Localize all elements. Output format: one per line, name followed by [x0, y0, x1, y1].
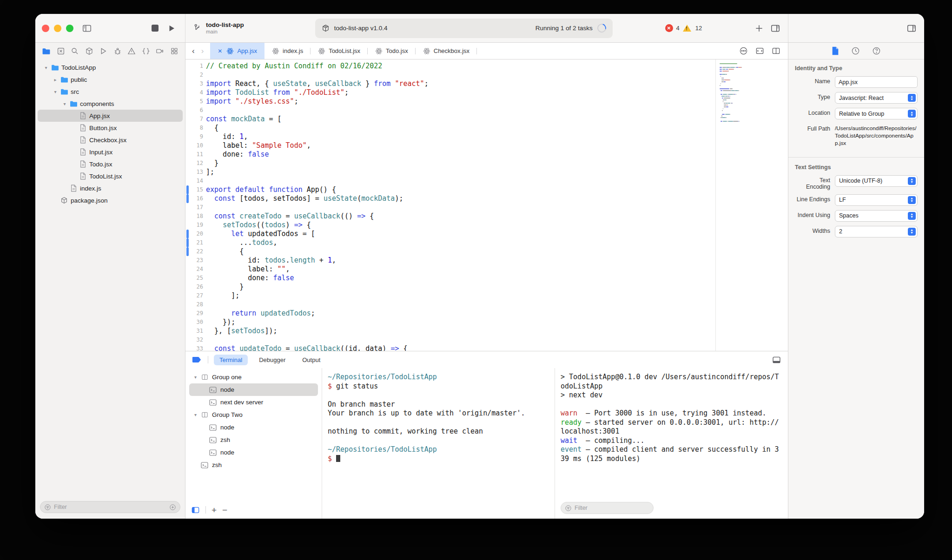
- code-line[interactable]: 16 const [todos, setTodos] = useState(mo…: [185, 194, 715, 203]
- file-tree-item-public[interactable]: ▸public: [38, 73, 183, 86]
- disclosure-chevron[interactable]: ▾: [52, 89, 59, 94]
- add-terminal-button[interactable]: +: [212, 506, 217, 514]
- split-editor-icon[interactable]: [772, 46, 780, 55]
- swap-editor-icon[interactable]: [755, 46, 764, 55]
- terminal-group-Group-Two[interactable]: ▾Group Two: [189, 408, 318, 421]
- type-dropdown[interactable]: Javascript: React▲▼: [835, 92, 918, 104]
- code-line[interactable]: 27 ];: [185, 291, 715, 300]
- history-inspector-icon[interactable]: [851, 46, 860, 55]
- file-tree-item-TodoList.jsx[interactable]: TodoList.jsx: [38, 170, 183, 182]
- toggle-right-sidebar-icon[interactable]: [770, 23, 780, 33]
- toggle-session-sidebar-icon[interactable]: [191, 506, 200, 514]
- code-line[interactable]: 24 label: "",: [185, 265, 715, 274]
- run-button[interactable]: [165, 21, 178, 35]
- code-line[interactable]: 2: [185, 71, 715, 79]
- code-line[interactable]: 5import "./styles.css";: [185, 97, 715, 106]
- tab-terminal[interactable]: Terminal: [214, 355, 248, 365]
- remove-terminal-button[interactable]: −: [222, 506, 227, 514]
- terminal-session-node[interactable]: node: [189, 446, 318, 459]
- editor-tab-TodoList.jsx[interactable]: TodoList.jsx: [311, 43, 368, 59]
- drawer-tag-icon[interactable]: [192, 356, 202, 363]
- run-navigator-icon[interactable]: [99, 47, 107, 55]
- terminal-session-zsh[interactable]: zsh: [189, 459, 318, 471]
- code-line[interactable]: 31 }, [setTodos]);: [185, 327, 715, 336]
- activity-status-bar[interactable]: todo-list-app v1.0.4 Running 1 of 2 task…: [315, 19, 613, 38]
- navigator-filter-field[interactable]: [40, 501, 180, 513]
- code-line[interactable]: 33 const updateTodo = useCallback((id, d…: [185, 344, 715, 351]
- navigate-forward-icon[interactable]: ›: [201, 46, 204, 56]
- debug-navigator-icon[interactable]: [113, 47, 122, 55]
- code-line[interactable]: 22 {: [185, 247, 715, 256]
- disclosure-chevron[interactable]: ▾: [192, 412, 199, 417]
- line-endings-dropdown[interactable]: LF▲▼: [835, 194, 918, 206]
- code-line[interactable]: 11 done: false: [185, 150, 715, 159]
- code-line[interactable]: 18 const createTodo = useCallback(() => …: [185, 212, 715, 221]
- code-line[interactable]: 17: [185, 203, 715, 212]
- code-line[interactable]: 6: [185, 106, 715, 115]
- extensions-navigator-icon[interactable]: [156, 47, 164, 55]
- name-field[interactable]: [835, 76, 918, 88]
- terminal-session-next-dev-server[interactable]: next dev server: [189, 396, 318, 408]
- toggle-left-sidebar-icon[interactable]: [80, 21, 94, 35]
- toggle-inspector-icon[interactable]: [906, 23, 917, 33]
- grid-navigator-icon[interactable]: [170, 47, 178, 55]
- editor-tab-Todo.jsx[interactable]: Todo.jsx: [368, 43, 416, 59]
- disclosure-chevron[interactable]: ▾: [42, 65, 50, 70]
- code-line[interactable]: 28: [185, 300, 715, 309]
- indent-dropdown[interactable]: Spaces▲▼: [835, 210, 918, 222]
- disclosure-chevron[interactable]: ▸: [52, 77, 59, 82]
- widths-dropdown[interactable]: 2▲▼: [835, 226, 918, 237]
- code-line[interactable]: 15export default function App() {: [185, 185, 715, 194]
- terminal-filter-field[interactable]: [561, 502, 654, 514]
- disclosure-chevron[interactable]: ▾: [192, 375, 199, 380]
- zoom-window-button[interactable]: [66, 25, 73, 32]
- close-tab-icon[interactable]: ✕: [218, 48, 222, 54]
- location-dropdown[interactable]: Relative to Group▲▼: [835, 108, 918, 119]
- file-tree-item-App.jsx[interactable]: App.jsx: [38, 110, 183, 122]
- issue-badges[interactable]: ✕ 4 12: [665, 24, 702, 32]
- code-line[interactable]: 19 setTodos((todos) => {: [185, 221, 715, 230]
- terminal-session-node[interactable]: node: [189, 421, 318, 434]
- code-line[interactable]: 29 return updatedTodos;: [185, 309, 715, 318]
- project-navigator-icon[interactable]: [42, 47, 51, 56]
- code-area[interactable]: 1// Created by Austin Condiff on 02/16/2…: [185, 59, 715, 351]
- terminal-session-zsh[interactable]: zsh: [189, 434, 318, 446]
- code-line[interactable]: 4import TodoList from "./TodoList";: [185, 88, 715, 97]
- file-tree-item-src[interactable]: ▾src: [38, 86, 183, 98]
- file-inspector-icon[interactable]: [832, 46, 839, 55]
- navigate-back-icon[interactable]: ‹: [192, 46, 195, 56]
- code-line[interactable]: 20 let updatedTodos = [: [185, 230, 715, 238]
- terminal-session-node[interactable]: node: [189, 383, 318, 396]
- tab-output[interactable]: Output: [297, 355, 326, 365]
- disclosure-chevron[interactable]: ▾: [61, 101, 68, 106]
- file-tree-item-Button.jsx[interactable]: Button.jsx: [38, 122, 183, 134]
- add-filter-icon[interactable]: [169, 504, 176, 511]
- tab-debugger[interactable]: Debugger: [253, 355, 291, 365]
- project-info[interactable]: todo-list-app main: [193, 21, 263, 35]
- file-tree-item-Checkbox.jsx[interactable]: Checkbox.jsx: [38, 134, 183, 146]
- file-tree-item-TodoListApp[interactable]: ▾TodoListApp: [38, 61, 183, 73]
- stop-button[interactable]: [148, 21, 162, 35]
- editor-tab-Checkbox.jsx[interactable]: Checkbox.jsx: [416, 43, 477, 59]
- code-line[interactable]: 23 id: todos.length + 1,: [185, 256, 715, 265]
- code-editor[interactable]: 1// Created by Austin Condiff on 02/16/2…: [185, 59, 788, 351]
- editor-tab-index.js[interactable]: index.js: [264, 43, 311, 59]
- code-line[interactable]: 30 });: [185, 318, 715, 327]
- minimap[interactable]: [715, 59, 788, 351]
- add-button[interactable]: [754, 24, 764, 33]
- terminal-output-main[interactable]: ~/Repositories/TodoListApp$ git status O…: [322, 368, 555, 519]
- symbols-navigator-icon[interactable]: [142, 47, 150, 55]
- more-options-icon[interactable]: [739, 46, 748, 55]
- code-line[interactable]: 26 }: [185, 283, 715, 291]
- file-tree-item-components[interactable]: ▾components: [38, 98, 183, 110]
- file-tree-item-Todo.jsx[interactable]: Todo.jsx: [38, 158, 183, 170]
- minimize-window-button[interactable]: [54, 25, 61, 32]
- code-line[interactable]: 14: [185, 177, 715, 185]
- encoding-dropdown[interactable]: Unicode (UTF-8)▲▼: [835, 175, 918, 187]
- editor-tab-App.jsx[interactable]: ✕App.jsx: [210, 43, 264, 59]
- issues-navigator-icon[interactable]: [127, 47, 136, 55]
- help-inspector-icon[interactable]: [872, 46, 881, 55]
- code-line[interactable]: 1// Created by Austin Condiff on 02/16/2…: [185, 62, 715, 71]
- code-line[interactable]: 25 done: false: [185, 274, 715, 283]
- file-tree-item-index.js[interactable]: index.js: [38, 182, 183, 194]
